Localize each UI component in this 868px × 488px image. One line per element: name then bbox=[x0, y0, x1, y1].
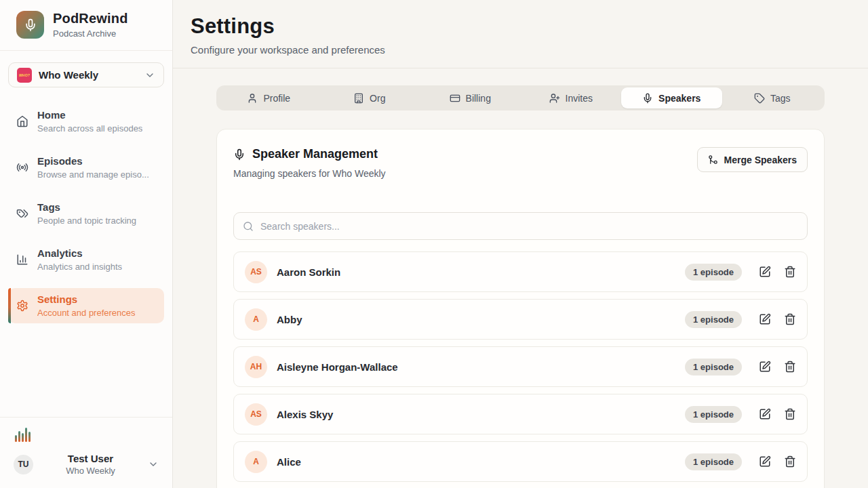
git-merge-icon bbox=[708, 155, 718, 165]
edit-speaker-button[interactable] bbox=[759, 455, 771, 468]
mic-icon bbox=[642, 93, 653, 104]
chevron-down-icon bbox=[144, 70, 155, 81]
edit-speaker-button[interactable] bbox=[759, 313, 771, 325]
user-workspace: Who Weekly bbox=[33, 466, 148, 476]
speaker-row: AS Alexis Skyy 1 episode bbox=[233, 394, 808, 434]
credit-card-icon bbox=[450, 93, 460, 104]
building-icon bbox=[353, 93, 364, 104]
user-icon bbox=[247, 93, 258, 104]
speaker-list: AS Aaron Sorkin 1 episode A Abby 1 episo… bbox=[233, 251, 808, 482]
tab-profile[interactable]: Profile bbox=[218, 87, 319, 108]
speaker-name: Abby bbox=[277, 314, 685, 325]
tab-invites[interactable]: Invites bbox=[521, 87, 622, 108]
sidebar-item-analytics[interactable]: Analytics Analytics and insights bbox=[8, 242, 164, 277]
speaker-name: Alice bbox=[277, 456, 685, 468]
edit-speaker-button[interactable] bbox=[759, 408, 771, 420]
sidebar-item-tags[interactable]: Tags People and topic tracking bbox=[8, 196, 164, 231]
edit-speaker-button[interactable] bbox=[759, 361, 771, 373]
tab-tags[interactable]: Tags bbox=[722, 87, 823, 108]
merge-speakers-label: Merge Speakers bbox=[724, 155, 797, 165]
avatar: TU bbox=[14, 455, 33, 474]
tab-billing[interactable]: Billing bbox=[420, 87, 521, 108]
workspace-selector-label: Who Weekly bbox=[39, 69, 138, 81]
episode-count-badge: 1 episode bbox=[685, 264, 742, 281]
mic-icon bbox=[233, 148, 245, 161]
user-menu[interactable]: TU Test User Who Weekly bbox=[14, 453, 159, 476]
episode-count-badge: 1 episode bbox=[685, 359, 742, 375]
equalizer-bar bbox=[18, 431, 20, 442]
user-icon bbox=[247, 93, 258, 104]
speaker-row: AH Aisleyne Horgan-Wallace 1 episode bbox=[233, 346, 808, 387]
app-tagline: Podcast Archive bbox=[53, 28, 128, 39]
speaker-search bbox=[233, 212, 808, 240]
trash-icon bbox=[784, 266, 796, 278]
equalizer-bars-icon bbox=[15, 427, 159, 442]
speaker-avatar: AH bbox=[245, 356, 267, 378]
edit-pencil-icon bbox=[759, 408, 771, 420]
card-title: Speaker Management bbox=[252, 147, 378, 161]
delete-speaker-button[interactable] bbox=[784, 266, 796, 278]
speaker-avatar: A bbox=[245, 308, 267, 331]
trash-icon bbox=[784, 408, 796, 420]
card-subtitle: Managing speakers for Who Weekly bbox=[233, 168, 386, 179]
delete-speaker-button[interactable] bbox=[784, 361, 796, 373]
bar-chart-icon bbox=[16, 253, 28, 266]
tab-org[interactable]: Org bbox=[319, 87, 420, 108]
delete-speaker-button[interactable] bbox=[784, 313, 796, 325]
speaker-row: A Abby 1 episode bbox=[233, 299, 808, 340]
sidebar-item-settings[interactable]: Settings Account and preferences bbox=[8, 288, 164, 323]
chevron-down-icon bbox=[148, 459, 159, 470]
mic-icon bbox=[642, 93, 653, 104]
edit-pencil-icon bbox=[759, 266, 771, 278]
speaker-row: AS Aaron Sorkin 1 episode bbox=[233, 251, 808, 292]
radio-icon bbox=[16, 161, 28, 174]
credit-card-icon bbox=[450, 93, 460, 104]
building-icon bbox=[353, 93, 364, 104]
user-name: Test User bbox=[33, 453, 148, 464]
equalizer-bar bbox=[22, 433, 24, 442]
merge-speakers-button[interactable]: Merge Speakers bbox=[697, 147, 808, 172]
episode-count-badge: 1 episode bbox=[685, 406, 742, 423]
page-header: Settings Configure your workspace and pr… bbox=[173, 0, 868, 68]
user-plus-icon bbox=[549, 93, 560, 104]
sidebar: PodRewind Podcast Archive WHO? Who Weekl… bbox=[0, 0, 173, 488]
speaker-avatar: A bbox=[245, 451, 267, 473]
trash-icon bbox=[784, 361, 796, 373]
speaker-name: Alexis Skyy bbox=[277, 409, 685, 420]
search-speakers-input[interactable] bbox=[260, 221, 798, 232]
trash-icon bbox=[784, 313, 796, 325]
speaker-management-card: Speaker Management Managing speakers for… bbox=[216, 129, 825, 488]
speaker-avatar: AS bbox=[245, 261, 267, 283]
tag-icon bbox=[754, 93, 765, 104]
user-plus-icon bbox=[549, 93, 560, 104]
radio-icon bbox=[16, 161, 28, 174]
sidebar-footer: TU Test User Who Weekly bbox=[0, 417, 172, 488]
sidebar-item-episodes[interactable]: Episodes Browse and manage episo... bbox=[8, 150, 164, 185]
equalizer-bar bbox=[28, 432, 31, 442]
gear-icon bbox=[16, 300, 28, 312]
sidebar-nav: Home Search across all episodes Episodes… bbox=[0, 93, 172, 323]
delete-speaker-button[interactable] bbox=[784, 408, 796, 420]
delete-speaker-button[interactable] bbox=[784, 455, 796, 468]
gear-icon bbox=[16, 300, 28, 312]
bar-chart-icon bbox=[16, 253, 28, 266]
trash-icon bbox=[784, 455, 796, 468]
equalizer-bar bbox=[15, 435, 17, 442]
settings-tabbar: Profile Org Billing Invites Speakers Tag… bbox=[216, 85, 825, 110]
sidebar-item-home[interactable]: Home Search across all episodes bbox=[8, 104, 164, 139]
tag-icon bbox=[754, 93, 765, 104]
edit-pencil-icon bbox=[759, 455, 771, 468]
search-icon bbox=[243, 221, 254, 232]
speaker-row: A Alice 1 episode bbox=[233, 441, 808, 482]
speaker-name: Aaron Sorkin bbox=[277, 266, 685, 278]
speaker-name: Aisleyne Horgan-Wallace bbox=[277, 361, 685, 373]
tags-icon bbox=[16, 207, 28, 220]
home-icon bbox=[16, 115, 28, 127]
tab-speakers[interactable]: Speakers bbox=[621, 87, 722, 108]
edit-pencil-icon bbox=[759, 361, 771, 373]
page-subtitle: Configure your workspace and preferences bbox=[191, 44, 850, 56]
workspace-selector[interactable]: WHO? Who Weekly bbox=[8, 62, 164, 87]
edit-speaker-button[interactable] bbox=[759, 266, 771, 278]
episode-count-badge: 1 episode bbox=[685, 453, 742, 470]
edit-pencil-icon bbox=[759, 313, 771, 325]
